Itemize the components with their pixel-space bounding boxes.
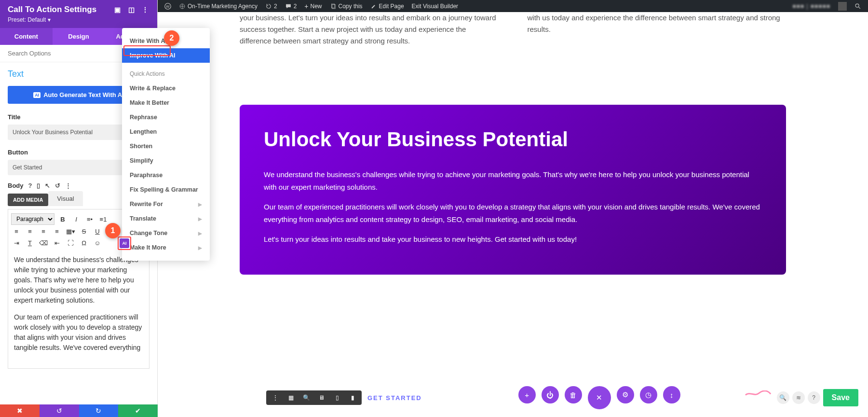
indent-in-button[interactable]: ⇥ (11, 237, 22, 248)
apply-button[interactable]: ✔ (118, 404, 158, 417)
panel-footer: ✖ ↺ ↻ ✔ (0, 404, 158, 417)
emoji-button[interactable]: ☺ (92, 237, 103, 248)
fullscreen-button[interactable]: ⛶ (65, 237, 76, 248)
comments[interactable]: 2 (281, 3, 301, 10)
align-justify-button[interactable]: ≡ (52, 226, 62, 236)
close-button[interactable]: ✕ (588, 386, 611, 409)
ai-make-better[interactable]: Make It Better (122, 96, 210, 110)
align-right-button[interactable]: ≡ (38, 226, 49, 236)
cta-paragraph: We understand the business's challenges … (264, 168, 762, 193)
ai-rewrite-for[interactable]: Rewrite For▶ (122, 197, 210, 211)
ai-shorten[interactable]: Shorten (122, 139, 210, 153)
indent-out-button[interactable]: ⇤ (52, 237, 62, 248)
clear-format-button[interactable]: ⌫ (38, 237, 49, 248)
table-button[interactable]: ▦▾ (65, 226, 76, 236)
special-char-button[interactable]: Ω (79, 237, 89, 248)
italic-button[interactable]: I (71, 214, 81, 224)
ai-menu: Write With AI Improve With AI Quick Acti… (122, 28, 210, 261)
dock-phone-icon[interactable]: ▮ (348, 393, 357, 402)
redo-button[interactable]: ↻ (79, 404, 119, 417)
layout-icon[interactable]: ◫ (127, 6, 136, 14)
help-icon[interactable]: ? (28, 182, 32, 189)
ai-change-tone[interactable]: Change Tone▶ (122, 226, 210, 240)
undo-button[interactable]: ↺ (40, 404, 79, 417)
ai-make-more[interactable]: Make It More▶ (122, 240, 210, 255)
save-button[interactable]: Save (823, 389, 858, 406)
annotation-1: 1 (105, 223, 121, 238)
history-button[interactable]: ◷ (640, 386, 657, 403)
search-icon[interactable] (851, 3, 865, 10)
hover-icon[interactable]: ↖ (45, 182, 50, 189)
new-menu[interactable]: +New (300, 2, 326, 10)
ai-rephrase[interactable]: Rephrase (122, 110, 210, 125)
add-button[interactable]: + (518, 386, 536, 403)
page-preview: your business. Let's turn your ideas int… (158, 12, 868, 417)
cta-paragraph: Let's turn your ideas into results and t… (264, 233, 762, 246)
bold-button[interactable]: B (57, 214, 68, 224)
ai-translate[interactable]: Translate▶ (122, 211, 210, 226)
help-icon[interactable]: ? (808, 391, 820, 404)
wp-logo[interactable]: W (161, 3, 175, 10)
tab-content[interactable]: Content (0, 28, 53, 45)
wp-admin-bar: W On-Time Marketing Agency 2 2 +New Copy… (158, 0, 868, 12)
annotation-box-1 (118, 236, 131, 250)
discard-button[interactable]: ✖ (0, 404, 40, 417)
exit-visual-builder[interactable]: Exit Visual Builder (408, 3, 462, 10)
layers-icon[interactable]: ≋ (792, 391, 805, 404)
user-menu[interactable]: ■■■ | ■■■■■ (788, 3, 834, 10)
builder-dock: ⋮ ▦ 🔍 🖥 ▯ ▮ (266, 390, 362, 405)
updates[interactable]: 2 (261, 3, 281, 10)
paragraph-select[interactable]: Paragraph (11, 213, 54, 225)
dock-wireframe-icon[interactable]: ▦ (286, 393, 295, 402)
dock-kebab-icon[interactable]: ⋮ (271, 393, 280, 402)
chevron-right-icon: ▶ (198, 216, 202, 222)
ai-fix-spelling[interactable]: Fix Spelling & Grammar (122, 182, 210, 197)
strikethrough-button[interactable]: S (79, 226, 89, 236)
ai-paraphrase[interactable]: Paraphrase (122, 168, 210, 182)
cta-paragraph: Our team of experienced practitioners wi… (264, 201, 762, 225)
reset-icon[interactable]: ↺ (55, 182, 60, 189)
align-center-button[interactable]: ≡ (25, 226, 35, 236)
body-editor[interactable]: We understand the business's challenges … (11, 249, 146, 365)
copy-this[interactable]: Copy this (326, 3, 366, 10)
trash-button[interactable]: 🗑 (565, 386, 582, 403)
get-started-label: GET STARTED (367, 394, 422, 402)
top-text-right: with us today and experience the differe… (528, 12, 787, 47)
underline-button[interactable]: U (92, 226, 103, 236)
top-text-left: your business. Let's turn your ideas int… (240, 12, 499, 47)
ai-write-replace[interactable]: Write & Replace (122, 81, 210, 96)
number-list-button[interactable]: ≡1 (98, 214, 108, 224)
add-media-button[interactable]: ADD MEDIA (8, 194, 48, 206)
site-name[interactable]: On-Time Marketing Agency (175, 3, 261, 10)
builder-actions: + ⏻ 🗑 ✕ ⚙ ◷ ↕ (518, 386, 680, 409)
body-label: Body (8, 182, 24, 189)
portability-icon[interactable]: ▣ (113, 6, 122, 14)
chevron-right-icon: ▶ (198, 202, 202, 207)
preset-selector[interactable]: Preset: Default ▾ (8, 16, 149, 23)
dock-zoom-icon[interactable]: 🔍 (302, 393, 311, 402)
cta-module[interactable]: Unlock Your Business Potential We unders… (240, 105, 786, 275)
ai-simplify[interactable]: Simplify (122, 153, 210, 168)
search-page-icon[interactable]: 🔍 (777, 391, 789, 404)
avatar[interactable] (834, 2, 851, 11)
bullet-list-button[interactable]: ≡• (84, 214, 95, 224)
reorder-button[interactable]: ↕ (663, 386, 680, 403)
svg-text:W: W (166, 4, 170, 8)
dynamic-icon[interactable]: ⋮ (65, 182, 71, 189)
dock-desktop-icon[interactable]: 🖥 (317, 393, 326, 402)
kebab-icon[interactable]: ⋮ (141, 6, 149, 14)
cta-heading: Unlock Your Business Potential (264, 128, 762, 151)
dock-tablet-icon[interactable]: ▯ (333, 393, 341, 402)
annotation-2: 2 (164, 30, 179, 46)
gear-button[interactable]: ⚙ (617, 386, 634, 403)
visual-tab[interactable]: Visual (48, 191, 82, 206)
edit-page[interactable]: Edit Page (366, 3, 408, 10)
tab-design[interactable]: Design (53, 28, 105, 45)
align-left-button[interactable]: ≡ (11, 226, 22, 236)
power-button[interactable]: ⏻ (542, 386, 559, 403)
svg-point-5 (855, 4, 859, 7)
text-color-button[interactable]: T (25, 237, 35, 248)
panel-title: Call To Action Settings (8, 5, 96, 14)
device-icon[interactable]: ▯ (37, 182, 40, 189)
ai-lengthen[interactable]: Lengthen (122, 125, 210, 139)
